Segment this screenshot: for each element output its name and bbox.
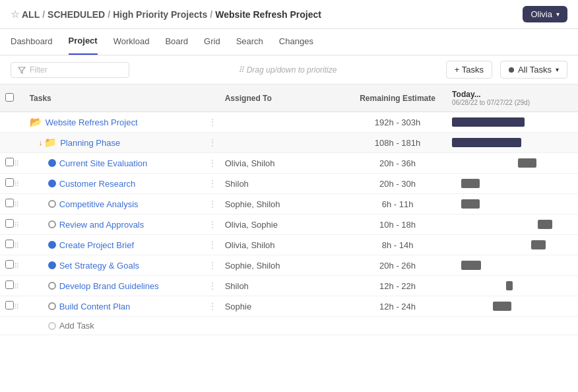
table-row: ⠿ Set Strategy & Goals ⋮Sophie, Shiloh20… <box>0 255 578 276</box>
gantt-bar[interactable] <box>506 281 513 290</box>
drag-handle-icon[interactable]: ⠿ <box>14 221 19 229</box>
row-menu-icon[interactable]: ⋮ <box>208 219 217 230</box>
gantt-bar-cell <box>447 112 578 133</box>
user-menu-button[interactable]: Olivia ▾ <box>523 6 567 22</box>
task-checkbox[interactable] <box>5 178 14 187</box>
star-icon[interactable]: ☆ <box>11 9 19 20</box>
task-name[interactable]: Customer Research <box>59 179 136 189</box>
assigned-to: Olivia, Sophie <box>220 214 348 235</box>
drag-handle-icon[interactable]: ⠿ <box>14 282 19 290</box>
task-checkbox[interactable] <box>5 280 14 289</box>
assigned-to: Sophie, Shiloh <box>220 255 348 276</box>
task-name[interactable]: Competitive Analysis <box>59 199 139 209</box>
task-checkbox[interactable] <box>5 199 14 207</box>
nav-project[interactable]: Project <box>69 29 98 55</box>
nav-dashboard[interactable]: Dashboard <box>11 29 53 55</box>
filter-icon <box>18 66 26 74</box>
all-tasks-label: All Tasks <box>518 65 552 75</box>
col-tasks-label: Tasks <box>30 94 51 103</box>
breadcrumb-all[interactable]: ALL <box>22 9 40 20</box>
gantt-bar[interactable] <box>531 240 546 249</box>
nav-changes[interactable]: Changes <box>279 29 313 55</box>
add-tasks-button[interactable]: + Tasks <box>446 61 492 79</box>
drag-handle-icon[interactable]: ⠿ <box>14 303 19 311</box>
circle-blue-icon <box>48 159 56 167</box>
gantt-bar[interactable] <box>518 158 536 168</box>
circle-blue-icon <box>48 180 56 187</box>
nav-search[interactable]: Search <box>236 29 263 55</box>
task-table-wrapper: Tasks Assigned To Remaining Estimate Tod… <box>0 84 578 391</box>
drag-handle-icon[interactable]: ⠿ <box>14 160 19 168</box>
all-tasks-button[interactable]: All Tasks ▾ <box>500 61 567 79</box>
col-checkbox <box>0 84 14 112</box>
nav-workload[interactable]: Workload <box>113 29 150 55</box>
row-menu-icon[interactable]: ⋮ <box>208 158 217 168</box>
table-row: ⠿ Build Content Plan ⋮Sophie12h - 24h <box>0 296 578 317</box>
nav-board[interactable]: Board <box>165 29 188 55</box>
select-all-checkbox[interactable] <box>5 93 14 102</box>
table-row: ⠿ Current Site Evaluation ⋮Olivia, Shilo… <box>0 153 578 174</box>
table-row: ⠿ Customer Research ⋮Shiloh20h - 30h <box>0 174 578 194</box>
drag-handle-icon[interactable]: ⠿ <box>14 242 19 249</box>
row-menu-icon[interactable]: ⋮ <box>208 117 217 127</box>
breadcrumb-highpriority[interactable]: High Priority Projects <box>113 9 207 20</box>
table-row: ⠿ Competitive Analysis ⋮Sophie, Shiloh6h… <box>0 194 578 214</box>
col-tasks-header: Tasks <box>24 84 208 112</box>
gantt-bar[interactable] <box>452 138 521 147</box>
breadcrumb-scheduled[interactable]: SCHEDULED <box>48 9 105 20</box>
drag-handle-icon[interactable]: ⠿ <box>14 201 19 209</box>
gantt-bar-cell <box>447 235 578 255</box>
row-menu-icon[interactable]: ⋮ <box>208 137 217 148</box>
task-name[interactable]: Website Refresh Project <box>46 117 138 127</box>
row-menu-icon[interactable]: ⋮ <box>208 199 217 209</box>
drag-handle-icon[interactable]: ⠿ <box>14 262 19 270</box>
gantt-bar[interactable] <box>452 117 525 127</box>
row-menu-icon[interactable]: ⋮ <box>208 178 217 189</box>
row-menu-icon[interactable]: ⋮ <box>208 301 217 311</box>
task-name[interactable]: Set Strategy & Goals <box>59 261 139 271</box>
task-checkbox[interactable] <box>5 158 14 166</box>
task-name[interactable]: Create Project Brief <box>59 240 134 250</box>
row-menu-icon[interactable]: ⋮ <box>208 280 217 291</box>
task-name[interactable]: Planning Phase <box>60 138 120 148</box>
gantt-bar-cell <box>447 174 578 194</box>
task-name[interactable]: Develop Brand Guidelines <box>59 281 159 291</box>
assigned-to: Olivia, Shiloh <box>220 153 348 174</box>
col-gantt-header: Today... 06/28/22 to 07/27/22 (29d) <box>447 84 578 112</box>
task-checkbox[interactable] <box>5 219 14 228</box>
gantt-bar[interactable] <box>493 302 511 311</box>
task-checkbox[interactable] <box>5 240 14 248</box>
col-menu <box>208 84 220 112</box>
row-menu-icon[interactable]: ⋮ <box>208 260 217 271</box>
estimate-value: 192h - 303h <box>348 112 447 133</box>
gantt-bar[interactable] <box>538 220 552 229</box>
task-name[interactable]: Current Site Evaluation <box>59 158 148 168</box>
table-row: ↓📁 Planning Phase ⋮108h - 181h <box>0 133 578 153</box>
table-row: ⠿ Review and Approvals ⋮Olivia, Sophie10… <box>0 214 578 235</box>
gantt-bar[interactable] <box>461 261 481 270</box>
gantt-bar[interactable] <box>461 199 480 209</box>
header: ☆ ALL / SCHEDULED / High Priority Projec… <box>0 0 578 29</box>
today-label: Today... <box>452 90 573 99</box>
task-checkbox[interactable] <box>5 260 14 269</box>
drag-handle-icon[interactable]: ⠿ <box>14 180 19 188</box>
estimate-value: 20h - 30h <box>348 174 447 194</box>
add-task-input[interactable] <box>59 321 178 331</box>
nav-grid[interactable]: Grid <box>204 29 220 55</box>
breadcrumb-sep1: / <box>42 9 45 20</box>
row-menu-icon[interactable]: ⋮ <box>208 240 217 250</box>
assigned-to: Olivia, Shiloh <box>220 235 348 255</box>
gantt-bar-cell <box>447 214 578 235</box>
col-drag <box>14 84 24 112</box>
navigation: Dashboard Project Workload Board Grid Se… <box>0 29 578 55</box>
gantt-bar[interactable] <box>461 179 480 188</box>
filter-box[interactable]: Filter <box>11 62 129 78</box>
gantt-bar-cell <box>447 133 578 153</box>
task-checkbox[interactable] <box>5 301 14 310</box>
gantt-bar-cell <box>447 255 578 276</box>
task-name[interactable]: Build Content Plan <box>59 302 131 311</box>
table-row: ⠿ Create Project Brief ⋮Olivia, Shiloh8h… <box>0 235 578 255</box>
task-name[interactable]: Review and Approvals <box>59 220 144 230</box>
estimate-value: 12h - 22h <box>348 276 447 296</box>
col-assigned-header: Assigned To <box>220 84 348 112</box>
